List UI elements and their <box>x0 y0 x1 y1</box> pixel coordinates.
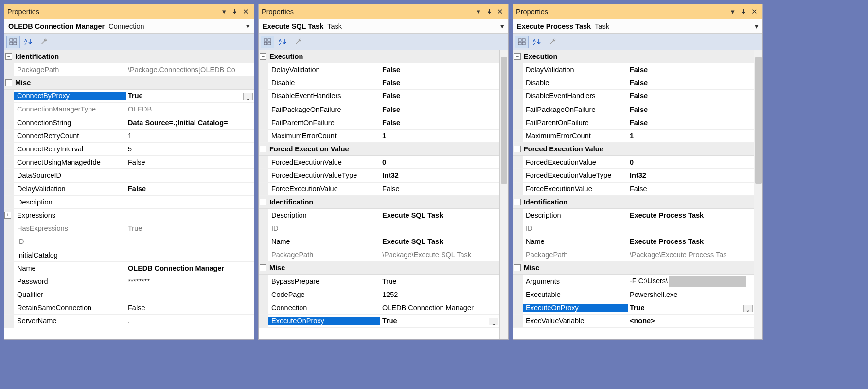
property-grid[interactable]: −Execution DelayValidationFalse DisableF… <box>259 50 499 339</box>
prop-arguments[interactable]: Arguments-F C:\Users\ <box>513 275 754 288</box>
prop-delayvalidation[interactable]: DelayValidationFalse <box>259 63 499 76</box>
prop-datasourceid[interactable]: DataSourceID <box>4 169 254 182</box>
expand-icon[interactable]: + <box>4 212 11 219</box>
collapse-icon[interactable]: − <box>514 53 521 60</box>
titlebar[interactable]: Properties ▾ ✕ <box>4 4 254 19</box>
alphabetical-icon[interactable]: AZ <box>531 36 544 48</box>
prop-id[interactable]: ID <box>259 222 499 235</box>
prop-id[interactable]: ID <box>4 235 254 248</box>
prop-name[interactable]: NameExecute Process Task <box>513 235 754 248</box>
close-icon[interactable]: ✕ <box>240 6 251 17</box>
alphabetical-icon[interactable]: AZ <box>276 36 290 48</box>
prop-connection[interactable]: ConnectionOLEDB Connection Manager <box>259 301 499 315</box>
prop-connectionstring[interactable]: ConnectionStringData Source=.;Initial Ca… <box>4 116 254 130</box>
pin-icon[interactable] <box>738 6 749 17</box>
category-execution[interactable]: −Execution <box>513 50 754 63</box>
prop-executable[interactable]: ExecutablePowershell.exe <box>513 288 754 301</box>
prop-connectionmanagertype[interactable]: ConnectionManagerTypeOLEDB <box>4 103 254 116</box>
dropdown-icon[interactable]: ⌄ <box>489 318 498 325</box>
alphabetical-icon[interactable]: AZ <box>22 36 35 48</box>
prop-failpackageonfailure[interactable]: FailPackageOnFailureFalse <box>259 103 499 116</box>
prop-executeonproxy[interactable]: ExecuteOnProxyTrue⌄ <box>259 315 499 328</box>
wrench-icon[interactable] <box>546 36 560 48</box>
menu-icon[interactable]: ▾ <box>727 6 738 17</box>
prop-connectretryinterval[interactable]: ConnectRetryInterval5 <box>4 143 254 156</box>
prop-connectusingmanagedide[interactable]: ConnectUsingManagedIdeFalse <box>4 156 254 169</box>
prop-delayvalidation[interactable]: DelayValidationFalse <box>4 183 254 196</box>
prop-connectbyproxy[interactable]: ConnectByProxyTrue⌄ <box>4 90 254 103</box>
scrollbar-thumb[interactable] <box>755 57 762 184</box>
prop-packagepath[interactable]: PackagePath\Package\Execute Process Tas <box>513 248 754 261</box>
prop-expressions[interactable]: +Expressions <box>4 209 254 222</box>
object-selector[interactable]: Execute SQL Task Task ▾ <box>259 19 508 34</box>
collapse-icon[interactable]: − <box>260 53 266 60</box>
category-misc[interactable]: −Misc <box>4 76 254 90</box>
wrench-icon[interactable] <box>292 36 305 48</box>
dropdown-icon[interactable]: ⌄ <box>243 93 253 100</box>
scrollbar[interactable] <box>499 50 508 339</box>
category-identification[interactable]: −Identification <box>513 196 754 209</box>
property-grid[interactable]: −Execution DelayValidationFalse DisableF… <box>513 50 754 339</box>
prop-id[interactable]: ID <box>513 222 754 235</box>
prop-executeonproxy[interactable]: ExecuteOnProxyTrue⌄ <box>513 301 754 315</box>
prop-description[interactable]: DescriptionExecute SQL Task <box>259 209 499 222</box>
prop-description[interactable]: Description <box>4 196 254 209</box>
prop-retainsameconnection[interactable]: RetainSameConnectionFalse <box>4 301 254 315</box>
collapse-icon[interactable]: − <box>514 264 521 271</box>
prop-bypassprepare[interactable]: BypassPrepareTrue <box>259 275 499 288</box>
prop-forceexecutionvalue[interactable]: ForceExecutionValueFalse <box>513 183 754 196</box>
category-forced-execution-value[interactable]: −Forced Execution Value <box>259 143 499 156</box>
prop-hasexpressions[interactable]: HasExpressionsTrue <box>4 222 254 235</box>
prop-forceexecutionvalue[interactable]: ForceExecutionValueFalse <box>259 183 499 196</box>
menu-icon[interactable]: ▾ <box>473 6 484 17</box>
menu-icon[interactable]: ▾ <box>219 6 230 17</box>
category-misc[interactable]: −Misc <box>259 261 499 275</box>
prop-packagepath[interactable]: PackagePath\Package.Connections[OLEDB Co <box>4 63 254 76</box>
scrollbar-thumb[interactable] <box>501 57 507 184</box>
prop-name[interactable]: NameExecute SQL Task <box>259 235 499 248</box>
chevron-down-icon[interactable]: ▾ <box>755 22 759 30</box>
prop-failparentonfailure[interactable]: FailParentOnFailureFalse <box>259 116 499 130</box>
prop-servername[interactable]: ServerName. <box>4 315 254 328</box>
chevron-down-icon[interactable]: ▾ <box>500 22 504 30</box>
collapse-icon[interactable]: − <box>514 199 521 205</box>
collapse-icon[interactable]: − <box>5 53 12 60</box>
prop-forcedexecutionvalue[interactable]: ForcedExecutionValue0 <box>259 156 499 169</box>
prop-initialcatalog[interactable]: InitialCatalog <box>4 248 254 261</box>
prop-disable[interactable]: DisableFalse <box>513 76 754 90</box>
wrench-icon[interactable] <box>37 36 51 48</box>
titlebar[interactable]: Properties ▾ ✕ <box>259 4 508 19</box>
prop-forcedexecutionvaluetype[interactable]: ForcedExecutionValueTypeInt32 <box>259 169 499 182</box>
object-selector[interactable]: OLEDB Connection Manager Connection ▾ <box>4 19 254 34</box>
prop-qualifier[interactable]: Qualifier <box>4 288 254 301</box>
close-icon[interactable]: ✕ <box>749 6 760 17</box>
prop-failparentonfailure[interactable]: FailParentOnFailureFalse <box>513 116 754 130</box>
categorized-icon[interactable] <box>515 36 529 48</box>
prop-packagepath[interactable]: PackagePath\Package\Execute SQL Task <box>259 248 499 261</box>
category-identification[interactable]: −Identification <box>259 196 499 209</box>
prop-connectretrycount[interactable]: ConnectRetryCount1 <box>4 130 254 143</box>
scrollbar[interactable] <box>754 50 762 339</box>
prop-forcedexecutionvaluetype[interactable]: ForcedExecutionValueTypeInt32 <box>513 169 754 182</box>
titlebar[interactable]: Properties ▾ ✕ <box>513 4 762 19</box>
prop-failpackageonfailure[interactable]: FailPackageOnFailureFalse <box>513 103 754 116</box>
collapse-icon[interactable]: − <box>514 146 521 152</box>
prop-delayvalidation[interactable]: DelayValidationFalse <box>513 63 754 76</box>
category-identification[interactable]: −Identification <box>4 50 254 63</box>
collapse-icon[interactable]: − <box>260 199 266 205</box>
dropdown-icon[interactable]: ⌄ <box>743 305 753 312</box>
prop-disable[interactable]: DisableFalse <box>259 76 499 90</box>
prop-disableeventhandlers[interactable]: DisableEventHandlersFalse <box>259 90 499 103</box>
prop-name[interactable]: NameOLEDB Connection Manager <box>4 262 254 275</box>
pin-icon[interactable] <box>484 6 495 17</box>
object-selector[interactable]: Execute Process Task Task ▾ <box>513 19 762 34</box>
prop-description[interactable]: DescriptionExecute Process Task <box>513 209 754 222</box>
collapse-icon[interactable]: − <box>5 79 12 86</box>
collapse-icon[interactable]: − <box>260 146 266 152</box>
categorized-icon[interactable] <box>6 36 20 48</box>
prop-execvaluevariable[interactable]: ExecValueVariable<none> <box>513 315 754 328</box>
category-execution[interactable]: −Execution <box>259 50 499 63</box>
prop-password[interactable]: Password******** <box>4 275 254 288</box>
chevron-down-icon[interactable]: ▾ <box>246 22 250 30</box>
category-misc[interactable]: −Misc <box>513 261 754 275</box>
